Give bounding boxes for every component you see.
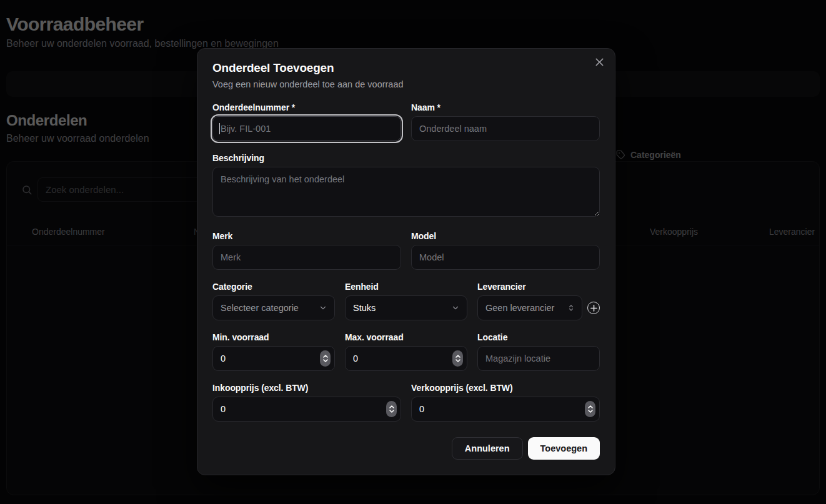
category-select[interactable]: Selecteer categorie	[212, 295, 335, 320]
supplier-select[interactable]: Geen leverancier	[477, 295, 582, 320]
name-input[interactable]	[411, 116, 600, 141]
close-dialog-button[interactable]	[593, 56, 605, 69]
field-part-number: Onderdeelnummer *	[212, 103, 401, 141]
field-category: Categorie Selecteer categorie	[212, 282, 335, 320]
description-textarea[interactable]	[212, 167, 600, 217]
location-label: Locatie	[477, 333, 600, 342]
field-min-stock: Min. voorraad	[212, 333, 335, 371]
description-label: Beschrijving	[212, 154, 600, 163]
number-stepper[interactable]	[452, 350, 463, 367]
unit-label: Eenheid	[345, 282, 467, 292]
chevron-down-icon	[319, 304, 327, 312]
purchase-price-label: Inkoopprijs (excl. BTW)	[212, 383, 401, 393]
sale-price-input[interactable]	[411, 397, 600, 422]
dialog-subtitle: Voeg een nieuw onderdeel toe aan de voor…	[212, 79, 600, 90]
part-number-label: Onderdeelnummer *	[212, 103, 401, 112]
max-stock-input[interactable]	[345, 346, 467, 371]
field-purchase-price: Inkoopprijs (excl. BTW)	[212, 383, 401, 422]
chevrons-up-down-icon	[567, 304, 575, 312]
close-icon	[595, 57, 604, 67]
add-part-form: Onderdeelnummer * Naam * Beschrijving Me…	[212, 103, 600, 460]
number-stepper[interactable]	[585, 401, 595, 417]
field-unit: Eenheid Stuks	[345, 282, 467, 320]
field-brand: Merk	[212, 232, 401, 270]
supplier-label: Leverancier	[477, 282, 600, 292]
field-model: Model	[411, 232, 600, 270]
submit-button[interactable]: Toevoegen	[528, 437, 600, 460]
min-stock-input[interactable]	[212, 346, 335, 371]
number-stepper[interactable]	[386, 401, 397, 417]
chevron-down-icon	[451, 304, 460, 312]
number-stepper[interactable]	[320, 350, 331, 367]
model-input[interactable]	[411, 245, 600, 270]
add-part-dialog: Onderdeel Toevoegen Voeg een nieuw onder…	[197, 48, 615, 475]
field-name: Naam *	[411, 103, 600, 141]
field-supplier: Leverancier Geen leverancier	[477, 282, 600, 320]
supplier-select-value: Geen leverancier	[485, 296, 554, 320]
category-select-value: Selecteer categorie	[221, 296, 299, 320]
max-stock-label: Max. voorraad	[345, 333, 467, 342]
unit-select-value: Stuks	[353, 296, 376, 320]
unit-select[interactable]: Stuks	[345, 295, 467, 320]
field-description: Beschrijving	[212, 154, 600, 219]
brand-input[interactable]	[212, 245, 401, 270]
sale-price-label: Verkoopprijs (excl. BTW)	[411, 383, 600, 393]
category-label: Categorie	[212, 282, 335, 292]
dialog-actions: Annuleren Toevoegen	[212, 437, 600, 460]
text-caret	[219, 123, 220, 134]
plus-icon	[590, 305, 597, 312]
field-sale-price: Verkoopprijs (excl. BTW)	[411, 383, 600, 422]
cancel-button[interactable]: Annuleren	[452, 437, 523, 460]
model-label: Model	[411, 232, 600, 241]
location-input[interactable]	[477, 346, 600, 371]
field-location: Locatie	[477, 333, 600, 371]
name-label: Naam *	[411, 103, 600, 112]
field-max-stock: Max. voorraad	[345, 333, 467, 371]
part-number-input[interactable]	[212, 116, 401, 141]
purchase-price-input[interactable]	[212, 397, 401, 422]
brand-label: Merk	[212, 232, 401, 241]
dialog-title: Onderdeel Toevoegen	[212, 61, 600, 75]
add-supplier-button[interactable]	[587, 302, 600, 314]
min-stock-label: Min. voorraad	[212, 333, 335, 342]
